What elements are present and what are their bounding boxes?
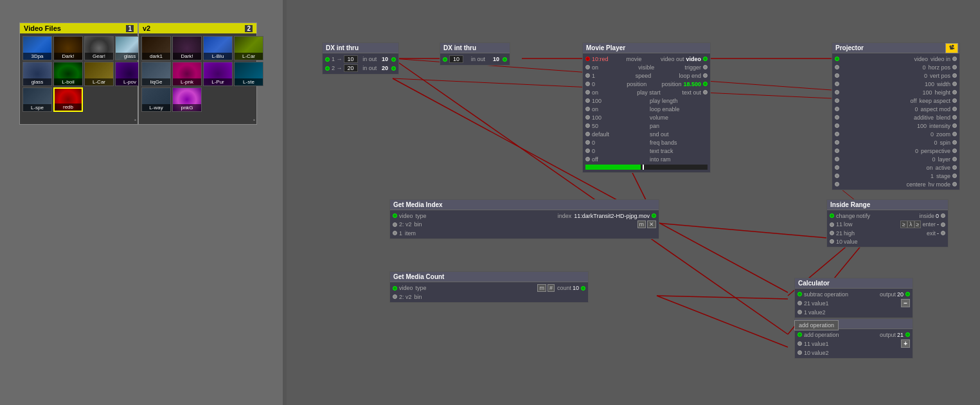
thumb-pnkg[interactable]: pnkG: [172, 87, 202, 112]
mp-loopen-in[interactable]: [585, 107, 590, 111]
ir-inside-out[interactable]: [941, 213, 945, 218]
gmi-bin-in[interactable]: [393, 222, 397, 227]
thumb-3dpa[interactable]: 3Dpa: [22, 36, 52, 60]
ir-low-in[interactable]: [830, 222, 834, 227]
thumb-dark1[interactable]: Dark!: [53, 36, 83, 60]
proj-width-out[interactable]: [952, 82, 957, 86]
calc1-output-out[interactable]: [905, 292, 910, 296]
proj-persp-out[interactable]: [952, 148, 957, 153]
thumb-lpur[interactable]: L-Pur: [203, 62, 233, 86]
dx2-input[interactable]: [449, 55, 463, 63]
proj-video-out[interactable]: [952, 57, 957, 61]
dx1-out2-port[interactable]: [391, 66, 396, 71]
calc2-v1-in[interactable]: [797, 341, 802, 346]
proj-hv-in[interactable]: [835, 182, 839, 186]
thumb-lway[interactable]: L-way: [141, 87, 171, 112]
calc2-output-out[interactable]: [905, 332, 910, 337]
mp-trigger-out[interactable]: [703, 65, 708, 69]
proj-active-out[interactable]: [952, 165, 957, 170]
mp-pos-out[interactable]: [703, 82, 708, 86]
thumb-lpnk[interactable]: L-pnk: [172, 62, 202, 86]
proj-spin-out[interactable]: [952, 140, 957, 145]
thumb-lblu[interactable]: L-Blu: [203, 36, 233, 60]
calc1-op-in[interactable]: [797, 292, 802, 296]
ir-high-in[interactable]: [830, 231, 834, 235]
proj-intensity-out[interactable]: [952, 123, 957, 128]
proj-keepasp-out[interactable]: [952, 98, 957, 103]
proj-horz-in[interactable]: [835, 65, 839, 69]
dx1-in1-port[interactable]: [325, 57, 330, 62]
dx1-input1[interactable]: [344, 55, 358, 63]
thumb-lste[interactable]: L-ste: [234, 62, 263, 86]
dx1-out1-port[interactable]: [391, 57, 396, 62]
thumb-dark1b[interactable]: dark1: [141, 36, 171, 60]
thumb-glass2[interactable]: glass: [22, 62, 52, 86]
proj-zoom-out[interactable]: [952, 132, 957, 136]
mp-volume-in[interactable]: [585, 115, 590, 120]
bin1-header[interactable]: Video Files 1: [20, 23, 138, 33]
proj-aspectmod-out[interactable]: [952, 107, 957, 111]
mp-texttrack-in[interactable]: [585, 148, 590, 153]
mp-pan-in[interactable]: [585, 123, 590, 128]
dx1-in2-port[interactable]: [325, 66, 330, 71]
gmi-video-in[interactable]: [393, 213, 397, 218]
dx2-out-port[interactable]: [503, 57, 507, 62]
proj-persp-in[interactable]: [835, 148, 839, 153]
proj-vert-in[interactable]: [835, 73, 839, 78]
thumb-redb[interactable]: redb: [53, 87, 83, 112]
mp-freq-in[interactable]: [585, 140, 590, 145]
proj-stage-out[interactable]: [952, 174, 957, 178]
mp-movie-in[interactable]: [585, 57, 590, 61]
proj-horz-out[interactable]: [952, 65, 957, 69]
gmc-count-out[interactable]: [581, 286, 585, 291]
proj-active-in[interactable]: [835, 165, 839, 170]
mp-textout-out[interactable]: [703, 90, 708, 94]
calc1-v2-in[interactable]: [797, 310, 802, 314]
calc2-v2-in[interactable]: [797, 350, 802, 355]
thumb-darkb[interactable]: Dark!: [172, 36, 202, 60]
mp-loopend-out[interactable]: [703, 73, 708, 78]
gmc-video-in[interactable]: [393, 286, 397, 291]
proj-layer-in[interactable]: [835, 157, 839, 161]
proj-keepasp-in[interactable]: [835, 98, 839, 103]
proj-blend-out[interactable]: [952, 115, 957, 120]
thumb-gear[interactable]: Gear!: [84, 36, 114, 60]
gmi-item-in[interactable]: [393, 231, 397, 235]
proj-width-in[interactable]: [835, 82, 839, 86]
dx1-input2[interactable]: [344, 64, 358, 72]
bin2-header[interactable]: v2 2: [139, 23, 256, 33]
proj-stage-in[interactable]: [835, 174, 839, 178]
mp-sndout-in[interactable]: [585, 132, 590, 136]
gmi-index-out[interactable]: [652, 213, 656, 218]
ir-enter-out[interactable]: [941, 222, 945, 227]
calc1-v1-in[interactable]: [797, 301, 802, 305]
thumb-liqge[interactable]: liqGe: [141, 62, 171, 86]
ir-value-in[interactable]: [830, 239, 834, 244]
mp-playlength-in[interactable]: [585, 98, 590, 103]
proj-intensity-in[interactable]: [835, 123, 839, 128]
mp-intoram-in[interactable]: [585, 157, 590, 161]
thumb-lspe[interactable]: L-spe: [22, 87, 52, 112]
proj-height-out[interactable]: [952, 90, 957, 94]
calc2-op-in[interactable]: [797, 332, 802, 337]
thumb-lcar[interactable]: L-Car: [234, 36, 263, 60]
ir-exit-out[interactable]: [941, 231, 945, 235]
proj-vert-out[interactable]: [952, 73, 957, 78]
thumb-lcar2[interactable]: L-Car: [84, 62, 114, 86]
proj-spin-in[interactable]: [835, 140, 839, 145]
dx2-in-port[interactable]: [443, 57, 447, 62]
add-operation-button[interactable]: add operation: [794, 320, 839, 330]
gmc-bin-in[interactable]: [393, 294, 397, 299]
proj-aspectmod-in[interactable]: [835, 107, 839, 111]
mp-pos-in[interactable]: [585, 82, 590, 86]
proj-zoom-in[interactable]: [835, 132, 839, 136]
ir-notify-in[interactable]: [830, 213, 834, 218]
proj-height-in[interactable]: [835, 90, 839, 94]
mp-visible-in[interactable]: [585, 65, 590, 69]
mp-playstart-in[interactable]: [585, 90, 590, 94]
proj-video-in[interactable]: [835, 57, 839, 61]
thumb-lboil[interactable]: L-boil: [53, 62, 83, 86]
proj-layer-out[interactable]: [952, 157, 957, 161]
proj-blend-in[interactable]: [835, 115, 839, 120]
mp-video-out[interactable]: [703, 57, 708, 61]
